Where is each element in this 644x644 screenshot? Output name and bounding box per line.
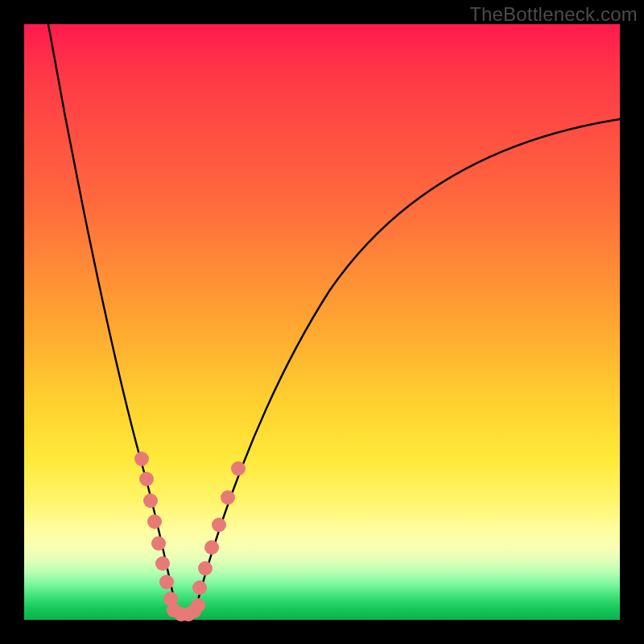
svg-point-4	[151, 536, 166, 551]
svg-point-13	[231, 461, 246, 476]
svg-point-1	[139, 472, 154, 486]
svg-point-11	[212, 518, 226, 532]
chart-plot-area	[24, 24, 620, 620]
chart-svg	[24, 24, 620, 620]
markers-left	[134, 452, 178, 606]
svg-point-9	[198, 561, 213, 576]
svg-point-8	[192, 580, 207, 595]
svg-point-5	[155, 556, 170, 571]
markers-right	[192, 461, 246, 595]
svg-point-10	[204, 540, 219, 555]
svg-point-6	[159, 575, 174, 589]
svg-point-2	[143, 493, 158, 508]
svg-point-3	[147, 514, 162, 529]
watermark-text: TheBottleneck.com	[469, 3, 638, 26]
curve-right	[193, 119, 620, 618]
svg-point-0	[134, 452, 149, 466]
chart-frame: TheBottleneck.com	[0, 0, 644, 644]
curve-left	[48, 24, 179, 618]
svg-point-12	[221, 490, 235, 505]
svg-point-18	[191, 598, 205, 613]
